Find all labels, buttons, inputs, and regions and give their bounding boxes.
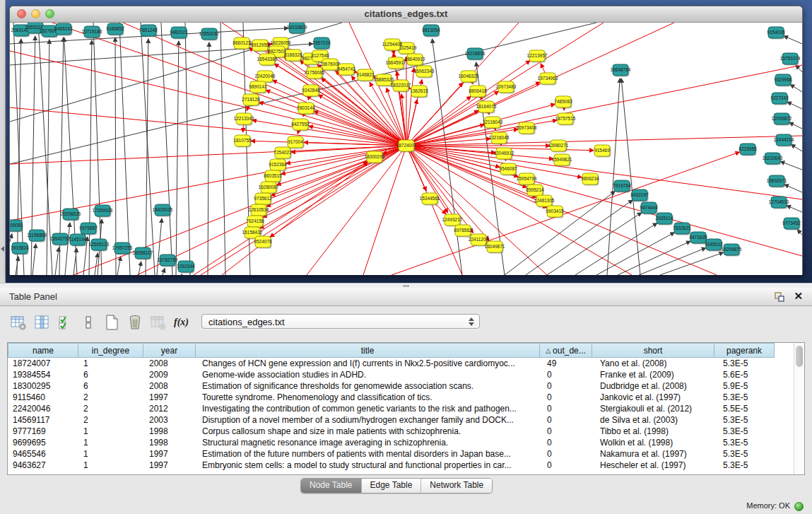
- cell-name[interactable]: 9465546: [8, 448, 78, 460]
- network-node[interactable]: 16962343: [414, 66, 435, 78]
- table-row[interactable]: 1938455462009Genome-wide association stu…: [8, 369, 794, 380]
- cell-out_de[interactable]: 0: [542, 392, 595, 403]
- network-node[interactable]: 8603515: [264, 170, 282, 183]
- network-node[interactable]: 15949821: [552, 154, 572, 167]
- cell-in_degree[interactable]: 6: [78, 380, 144, 392]
- tab-edge-table[interactable]: Edge Table: [361, 479, 421, 493]
- network-node[interactable]: 15344561: [420, 193, 440, 206]
- network-node[interactable]: 8427552: [291, 119, 310, 132]
- cell-pagerank[interactable]: 5.6E-5: [718, 369, 779, 380]
- select-rows-icon[interactable]: [55, 313, 74, 332]
- network-node[interactable]: 10719188: [82, 26, 102, 39]
- tab-network-table[interactable]: Network Table: [420, 479, 492, 493]
- network-node[interactable]: 18322037: [391, 80, 411, 93]
- network-node[interactable]: 12505123: [89, 239, 110, 252]
- network-node[interactable]: 9329966: [774, 74, 792, 87]
- network-canvas[interactable]: 1872400786601238912955182260589827503165…: [10, 23, 802, 275]
- column-header-short[interactable]: short: [592, 343, 714, 358]
- network-node[interactable]: 915469: [594, 145, 611, 158]
- network-node[interactable]: 9735612: [254, 193, 272, 206]
- cell-out_de[interactable]: 0: [542, 448, 595, 460]
- cell-name[interactable]: 18300295: [8, 380, 78, 392]
- network-node[interactable]: 8432197: [630, 189, 649, 202]
- network-node[interactable]: 9242848: [302, 85, 320, 98]
- network-node[interactable]: 16782759: [158, 255, 178, 267]
- float-panel-icon[interactable]: [774, 291, 785, 303]
- cell-year[interactable]: 1998: [144, 426, 197, 437]
- cell-out_de[interactable]: 0: [542, 380, 595, 392]
- cell-short[interactable]: de Silva et al. (2003): [595, 414, 718, 426]
- cell-pagerank[interactable]: 5.3E-5: [718, 358, 779, 369]
- table-row[interactable]: 911546021997Tourette syndrome. Phenomeno…: [8, 392, 794, 403]
- network-node[interactable]: 9152364: [269, 159, 287, 172]
- network-node[interactable]: 8660123: [233, 37, 251, 50]
- network-node[interactable]: 7624158: [246, 216, 264, 228]
- cell-name[interactable]: 9115460: [8, 392, 78, 403]
- network-node[interactable]: 22046912: [494, 148, 514, 160]
- cell-name[interactable]: 9699695: [8, 437, 78, 448]
- cell-pagerank[interactable]: 5.3E-5: [718, 426, 779, 437]
- network-node[interactable]: 16204875: [722, 244, 742, 257]
- cell-title[interactable]: Corpus callosum shape and size in male p…: [197, 426, 542, 437]
- network-node[interactable]: 16543382: [257, 54, 278, 66]
- close-panel-icon[interactable]: ✕: [794, 290, 803, 303]
- network-node[interactable]: 17957255: [112, 243, 133, 255]
- show-columns-icon[interactable]: [32, 313, 51, 332]
- cell-name[interactable]: 9463627: [8, 460, 78, 471]
- cell-title[interactable]: Genome-wide association studies in ADHD.: [197, 369, 542, 380]
- cell-out_de[interactable]: 0: [542, 414, 595, 426]
- network-node[interactable]: 12116043: [483, 117, 503, 129]
- network-node[interactable]: 16033809: [287, 23, 307, 35]
- network-node[interactable]: 6466161: [54, 23, 73, 36]
- cell-in_degree[interactable]: 2: [78, 403, 144, 414]
- network-node[interactable]: 21756085: [305, 67, 325, 80]
- cell-name[interactable]: 14569117: [8, 414, 78, 426]
- cell-pagerank[interactable]: 5.3E-5: [718, 448, 779, 460]
- network-node[interactable]: 7485083: [554, 96, 572, 109]
- network-node[interactable]: 16958107: [133, 247, 153, 260]
- network-node[interactable]: 16648784: [611, 64, 631, 77]
- cell-in_degree[interactable]: 1: [78, 358, 144, 369]
- cell-name[interactable]: 22420046: [8, 403, 78, 414]
- left-panel-splitter[interactable]: [0, 0, 6, 283]
- network-node[interactable]: 1145194: [69, 234, 87, 247]
- cell-in_degree[interactable]: 2: [78, 392, 144, 403]
- network-node[interactable]: 9154036: [767, 27, 785, 40]
- cell-pagerank[interactable]: 5.3E-5: [718, 392, 779, 403]
- network-node[interactable]: 9482021: [170, 27, 188, 40]
- cell-title[interactable]: Estimation of the future numbers of pati…: [197, 448, 542, 460]
- network-node[interactable]: 8186328: [284, 49, 302, 62]
- network-node[interactable]: 1292344: [177, 261, 195, 274]
- cell-pagerank[interactable]: 5.3E-5: [718, 414, 779, 426]
- network-node[interactable]: 12610534: [249, 204, 269, 217]
- cell-title[interactable]: Investigating the contribution of common…: [197, 403, 542, 414]
- network-node[interactable]: 8454743: [337, 64, 355, 76]
- network-node[interactable]: 12093872: [772, 113, 792, 126]
- cell-short[interactable]: Dudbridge et al. (2008): [595, 380, 718, 392]
- cell-short[interactable]: Stergiakouli et al. (2012): [595, 403, 718, 414]
- vertical-scrollbar[interactable]: [794, 343, 804, 474]
- cell-title[interactable]: Estimation of significance thresholds fo…: [197, 380, 542, 392]
- network-node[interactable]: 7632621: [673, 223, 691, 235]
- network-node[interactable]: 12444154: [774, 134, 794, 147]
- cell-out_de[interactable]: 0: [542, 403, 595, 414]
- cell-out_de[interactable]: 49: [542, 358, 595, 369]
- table-settings-icon[interactable]: [8, 313, 28, 332]
- cell-title[interactable]: Tourette syndrome. Phenomenology and cla…: [197, 392, 542, 403]
- network-node[interactable]: 18164075: [476, 101, 497, 114]
- network-node[interactable]: 9975887: [79, 223, 98, 235]
- cell-year[interactable]: 2008: [144, 380, 197, 392]
- column-header-out_de[interactable]: △out_de...: [539, 343, 592, 358]
- network-node[interactable]: 7254021: [273, 147, 292, 160]
- network-node[interactable]: 9146821: [356, 69, 375, 82]
- network-node[interactable]: 13942757: [50, 233, 71, 246]
- network-node[interactable]: 16046325: [459, 71, 479, 83]
- cell-year[interactable]: 1997: [144, 460, 197, 471]
- cell-title[interactable]: Disruption of a novel member of a sodium…: [197, 414, 542, 426]
- network-node[interactable]: 8912955: [251, 40, 269, 52]
- cell-name[interactable]: 19384554: [8, 369, 78, 380]
- column-header-in_degree[interactable]: in_degree: [78, 343, 143, 358]
- cell-short[interactable]: Nakamura et al. (1997): [595, 448, 718, 460]
- table-row[interactable]: 969969511998Structural magnetic resonanc…: [8, 437, 794, 448]
- network-node[interactable]: 20206526: [61, 209, 81, 221]
